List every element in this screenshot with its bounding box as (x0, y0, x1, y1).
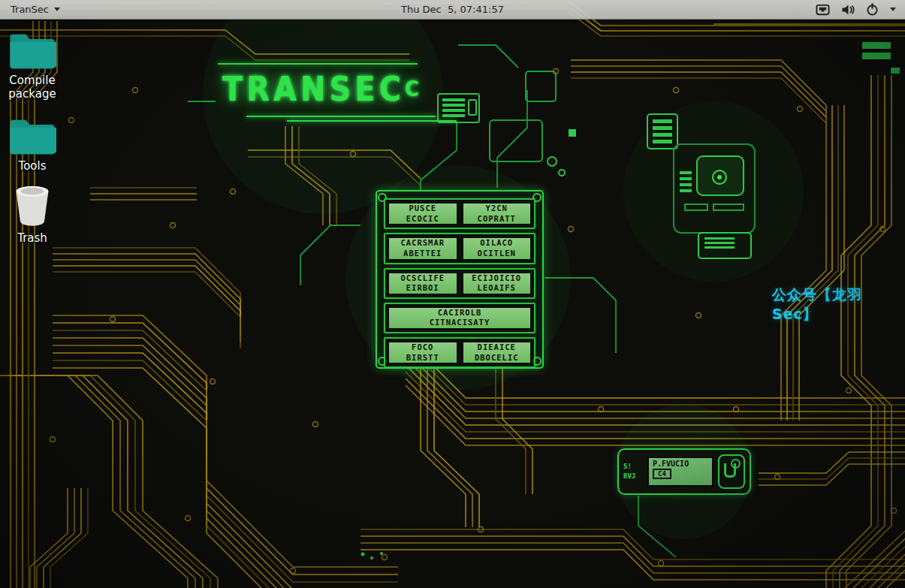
folder-icon[interactable] (0, 117, 65, 156)
lcd-screen: P.FVUCIO C4 (647, 457, 713, 487)
wallpaper-panel-button: OCSCLIFE EIRBOI (388, 272, 458, 295)
lcd-screen-box: C4 (653, 469, 671, 479)
wallpaper-panel-button: PUSCE ECOCIC (388, 202, 458, 225)
lcd-right-section (718, 454, 745, 489)
desktop-icon-trash[interactable]: Trash (0, 183, 65, 245)
desktop-icon-label: Tools (0, 159, 65, 173)
panel-rows: PUSCE ECOCIC Y2CN COPRATT CACRSMAR ABETT… (384, 198, 535, 360)
hook-icon (724, 463, 736, 478)
caret-down-icon (54, 8, 60, 11)
power-icon[interactable] (866, 3, 879, 16)
network-icon[interactable] (816, 4, 830, 16)
folder-icon[interactable] (0, 32, 65, 71)
desktop-icon-compile-package[interactable]: Compile package (0, 32, 65, 101)
wallpaper-panel-button: CACIROLB CITNACISATY (388, 306, 532, 330)
panel-row: FOCO BIRSTT DIEAICE DBOCELIC (384, 337, 535, 368)
logo-line (246, 116, 436, 117)
lcd-screen-text: P.FVUCIO (653, 460, 708, 468)
logo-word: TRANSEC (222, 71, 405, 109)
volume-icon[interactable] (841, 4, 855, 16)
logo-suffix: C (405, 76, 421, 101)
logo-text: TRANSECC (222, 71, 421, 109)
panel-row: OCSCLIFE EIRBOI ECIJOICIO LEOAIFS (384, 268, 535, 299)
wallpaper-panel-button: Y2CN COPRATT (462, 202, 532, 225)
wallpaper-panel-button: CACRSMAR ABETTEI (388, 237, 458, 260)
wallpaper-panel-button: ECIJOICIO LEOAIFS (462, 272, 532, 295)
wallpaper-control-panel: PUSCE ECOCIC Y2CN COPRATT CACRSMAR ABETT… (376, 190, 544, 369)
top-panel: TranSec Thu Dec 5, 07:41:57 (0, 0, 905, 20)
desktop-screen: TRANSECC PUSCE ECOCIC Y2CN COPRATT CACRS… (0, 0, 905, 588)
desktop-icon-tools[interactable]: Tools (0, 117, 65, 173)
wallpaper-lcd-module: S! BVJ P.FVUCIO C4 (617, 448, 751, 495)
status-tray (816, 3, 899, 16)
wallpaper-panel-button: DIEAICE DBOCELIC (462, 341, 532, 364)
logo-line (218, 63, 418, 65)
panel-row: PUSCE ECOCIC Y2CN COPRATT (384, 198, 535, 229)
applications-menu-button[interactable]: TranSec (6, 0, 65, 19)
wechat-watermark: 公众号【龙羽Sec】 (772, 285, 905, 324)
desktop-icon-label: Trash (0, 231, 65, 245)
trash-icon[interactable] (0, 183, 65, 228)
panel-clock[interactable]: Thu Dec 5, 07:41:57 (0, 4, 905, 15)
transec-logo: TRANSECC (215, 66, 448, 123)
wallpaper-panel-button: FOCO BIRSTT (388, 341, 458, 364)
lcd-side-label: S! BVJ (623, 462, 643, 482)
logo-line (287, 120, 457, 122)
desktop-icon-label: Compile package (0, 74, 65, 101)
panel-row: CACIROLB CITNACISATY (384, 303, 535, 333)
applications-menu-label: TranSec (11, 4, 49, 15)
panel-caret-down-icon[interactable] (890, 8, 896, 11)
wallpaper-panel-button: OILACO OCITLEN (462, 237, 532, 260)
panel-row: CACRSMAR ABETTEI OILACO OCITLEN (384, 233, 535, 264)
